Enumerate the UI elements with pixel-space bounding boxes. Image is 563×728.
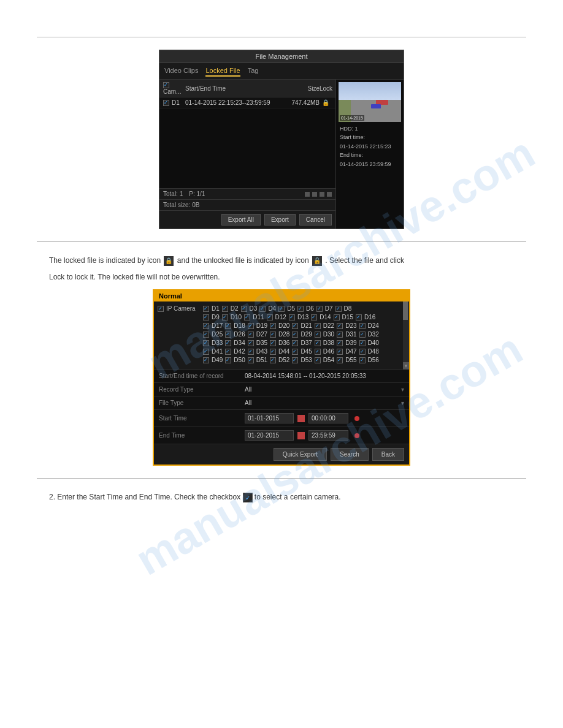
- cam-d25[interactable]: D25: [203, 331, 223, 338]
- cam-d2[interactable]: D2: [222, 305, 239, 312]
- cam-d55[interactable]: D55: [337, 357, 356, 363]
- cb-d13[interactable]: [289, 314, 295, 320]
- cb-d26[interactable]: [225, 332, 231, 338]
- cam-d33[interactable]: D33: [203, 339, 223, 346]
- cb-d6[interactable]: [297, 306, 304, 312]
- cb-d51[interactable]: [248, 357, 254, 363]
- cb-d10[interactable]: [222, 314, 228, 320]
- cam-d9[interactable]: D9: [203, 314, 220, 320]
- scroll-thumb[interactable]: [403, 301, 408, 320]
- cb-d47[interactable]: [337, 349, 343, 355]
- cb-d11[interactable]: [244, 314, 250, 320]
- cb-d55[interactable]: [337, 357, 343, 363]
- cam-d46[interactable]: D46: [315, 348, 334, 355]
- cam-d32[interactable]: D32: [359, 331, 379, 338]
- cam-d54[interactable]: D54: [315, 357, 334, 363]
- cb-d54[interactable]: [315, 357, 321, 363]
- cb-d1[interactable]: [203, 306, 209, 312]
- cam-d41[interactable]: D41: [203, 348, 223, 355]
- cb-d25[interactable]: [203, 332, 209, 338]
- cam-d21[interactable]: D21: [292, 322, 312, 329]
- cb-d46[interactable]: [315, 349, 321, 355]
- cam-d53[interactable]: D53: [292, 357, 312, 363]
- quick-export-button[interactable]: Quick Export: [274, 448, 327, 461]
- cb-d49[interactable]: [203, 357, 209, 363]
- file-type-arrow[interactable]: ▾: [401, 400, 404, 406]
- cam-d20[interactable]: D20: [270, 322, 289, 329]
- cam-d42[interactable]: D42: [225, 348, 245, 355]
- cam-d38[interactable]: D38: [315, 339, 334, 346]
- cam-d39[interactable]: D39: [337, 339, 356, 346]
- scroll-down-arrow[interactable]: ▼: [403, 362, 409, 370]
- cb-d27[interactable]: [248, 332, 254, 338]
- cb-d3[interactable]: [241, 306, 247, 312]
- cb-d8[interactable]: [335, 306, 342, 312]
- cb-d52[interactable]: [270, 357, 276, 363]
- cam-d11[interactable]: D11: [244, 314, 264, 320]
- cancel-button[interactable]: Cancel: [299, 214, 332, 226]
- tab-video-clips[interactable]: Video Clips: [164, 66, 198, 77]
- end-time-input[interactable]: [308, 430, 348, 441]
- cam-d4[interactable]: D4: [259, 305, 276, 312]
- cam-d7[interactable]: D7: [316, 305, 333, 312]
- cam-d45[interactable]: D45: [292, 348, 312, 355]
- cb-d18[interactable]: [225, 323, 231, 329]
- cb-d16[interactable]: [356, 314, 362, 320]
- cam-d6[interactable]: D6: [297, 305, 314, 312]
- cam-d12[interactable]: D12: [267, 314, 286, 320]
- cam-d16[interactable]: D16: [356, 314, 375, 320]
- cam-d50[interactable]: D50: [225, 357, 245, 363]
- cb-d48[interactable]: [359, 349, 366, 355]
- header-checkbox[interactable]: [163, 82, 169, 88]
- cam-d27[interactable]: D27: [248, 331, 267, 338]
- cb-d41[interactable]: [203, 349, 209, 355]
- cb-d2[interactable]: [222, 306, 228, 312]
- cb-d56[interactable]: [359, 357, 366, 363]
- cb-d14[interactable]: [311, 314, 317, 320]
- cam-d51[interactable]: D51: [248, 357, 267, 363]
- cb-d38[interactable]: [315, 340, 321, 346]
- cb-d22[interactable]: [315, 323, 321, 329]
- cb-d37[interactable]: [292, 340, 298, 346]
- cb-d45[interactable]: [292, 349, 298, 355]
- cb-d24[interactable]: [359, 323, 366, 329]
- cam-d13[interactable]: D13: [289, 314, 308, 320]
- cb-d33[interactable]: [203, 340, 209, 346]
- cam-d23[interactable]: D23: [337, 322, 356, 329]
- cb-d35[interactable]: [248, 340, 254, 346]
- cam-d49[interactable]: D49: [203, 357, 223, 363]
- cam-d18[interactable]: D18: [225, 322, 245, 329]
- cb-d36[interactable]: [270, 340, 276, 346]
- cb-d9[interactable]: [203, 314, 209, 320]
- cb-d34[interactable]: [225, 340, 231, 346]
- cam-d36[interactable]: D36: [270, 339, 289, 346]
- cam-d17[interactable]: D17: [203, 322, 223, 329]
- cam-d24[interactable]: D24: [359, 322, 379, 329]
- cam-d14[interactable]: D14: [311, 314, 331, 320]
- cam-d35[interactable]: D35: [248, 339, 267, 346]
- back-button[interactable]: Back: [372, 448, 404, 461]
- cam-d52[interactable]: D52: [270, 357, 289, 363]
- cb-d39[interactable]: [337, 340, 343, 346]
- cam-d48[interactable]: D48: [359, 348, 379, 355]
- cam-d19[interactable]: D19: [248, 322, 267, 329]
- cb-d4[interactable]: [259, 306, 266, 312]
- cb-d50[interactable]: [225, 357, 231, 363]
- cam-d47[interactable]: D47: [337, 348, 356, 355]
- cb-d28[interactable]: [270, 332, 276, 338]
- start-date-calendar-icon[interactable]: [297, 415, 305, 422]
- cam-d34[interactable]: D34: [225, 339, 245, 346]
- cam-d29[interactable]: D29: [292, 331, 312, 338]
- cam-d22[interactable]: D22: [315, 322, 334, 329]
- cb-d30[interactable]: [315, 332, 321, 338]
- cb-d7[interactable]: [316, 306, 323, 312]
- cb-d15[interactable]: [334, 314, 340, 320]
- cb-d20[interactable]: [270, 323, 276, 329]
- cb-d19[interactable]: [248, 323, 254, 329]
- tab-tag[interactable]: Tag: [248, 66, 259, 77]
- ip-camera-checkbox[interactable]: [158, 306, 164, 312]
- cb-d42[interactable]: [225, 349, 231, 355]
- cam-d15[interactable]: D15: [334, 314, 353, 320]
- cam-d30[interactable]: D30: [315, 331, 334, 338]
- export-button[interactable]: Export: [264, 214, 296, 226]
